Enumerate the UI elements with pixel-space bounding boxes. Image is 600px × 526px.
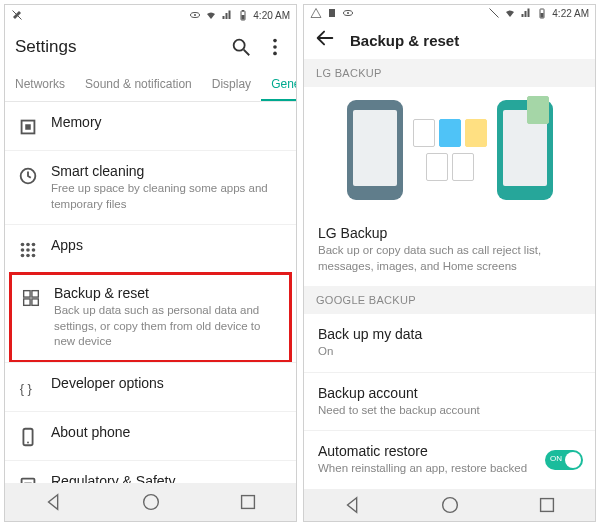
- about-phone-icon: [17, 426, 39, 448]
- svg-point-7: [273, 39, 277, 43]
- page-title: Backup & reset: [350, 32, 459, 49]
- tab-general[interactable]: General: [261, 69, 297, 101]
- svg-point-13: [21, 243, 25, 247]
- page-title: Settings: [15, 37, 218, 57]
- status-time: 4:20 AM: [253, 10, 290, 21]
- svg-rect-11: [25, 124, 31, 130]
- doc-icon: [426, 153, 448, 181]
- screen-backup-reset: 4:22 AM Backup & reset LG BACKUP: [303, 4, 596, 522]
- svg-point-39: [442, 498, 457, 513]
- svg-point-18: [32, 248, 36, 252]
- nav-recent[interactable]: [237, 491, 259, 513]
- eye-icon: [189, 9, 201, 21]
- tab-networks[interactable]: Networks: [5, 69, 75, 101]
- search-button[interactable]: [230, 36, 252, 58]
- row-lg-backup[interactable]: LG Backup Back up or copy data such as c…: [304, 213, 595, 286]
- row-title: Regulatory & Safety: [51, 473, 284, 483]
- status-bar: 4:22 AM: [304, 5, 595, 22]
- status-time: 4:22 AM: [552, 8, 589, 19]
- search-icon: [230, 36, 252, 58]
- backup-reset-icon: [20, 287, 42, 309]
- nav-home[interactable]: [140, 491, 162, 513]
- signal-icon: [221, 9, 233, 21]
- app-bar: Settings: [5, 25, 296, 69]
- nav-bar: [304, 489, 595, 521]
- row-automatic-restore[interactable]: Automatic restore When reinstalling an a…: [304, 430, 595, 489]
- row-sub: When reinstalling an app, restore backed: [318, 461, 533, 477]
- row-sub: Free up space by cleaning some apps and …: [51, 181, 284, 212]
- smart-cleaning-icon: [17, 165, 39, 187]
- settings-tabs: Networks Sound & notification Display Ge…: [5, 69, 296, 101]
- apps-icon: [17, 239, 39, 261]
- svg-rect-23: [32, 291, 38, 297]
- nav-home[interactable]: [439, 494, 461, 516]
- doc-blue-icon: [439, 119, 461, 147]
- back-button[interactable]: [314, 27, 336, 53]
- status-bar: 4:20 AM: [5, 5, 296, 25]
- svg-point-9: [273, 52, 277, 56]
- row-title: Apps: [51, 237, 284, 253]
- row-apps[interactable]: Apps: [5, 224, 296, 273]
- screen-settings: 4:20 AM Settings Networks Sound & notifi…: [4, 4, 297, 522]
- row-sub: Back up or copy data such as call reject…: [318, 243, 583, 274]
- developer-icon: { }: [17, 377, 39, 399]
- svg-point-20: [26, 254, 30, 258]
- svg-rect-24: [24, 299, 30, 305]
- nav-recent[interactable]: [536, 494, 558, 516]
- sd-icon: [326, 7, 338, 19]
- row-smart-cleaning[interactable]: Smart cleaning Free up space by cleaning…: [5, 150, 296, 224]
- memory-icon: [17, 116, 39, 138]
- svg-rect-3: [242, 10, 244, 12]
- svg-rect-33: [241, 496, 254, 509]
- svg-rect-25: [32, 299, 38, 305]
- settings-list[interactable]: Memory Smart cleaning Free up space by c…: [5, 102, 296, 483]
- tab-sound[interactable]: Sound & notification: [75, 69, 202, 101]
- toggle-label: ON: [550, 454, 562, 463]
- mute-icon: [11, 9, 23, 21]
- svg-point-16: [21, 248, 25, 252]
- mute-icon: [488, 7, 500, 19]
- app-bar: Backup & reset: [304, 22, 595, 59]
- battery-icon: [237, 9, 249, 21]
- svg-point-14: [26, 243, 30, 247]
- eye-icon: [342, 7, 354, 19]
- arrow-back-icon: [314, 27, 336, 49]
- section-google-backup: GOOGLE BACKUP: [304, 286, 595, 314]
- wifi-icon: [504, 7, 516, 19]
- device-old-icon: [347, 100, 403, 200]
- row-backup-account[interactable]: Backup account Need to set the backup ac…: [304, 372, 595, 431]
- row-sub: Need to set the backup account: [318, 403, 583, 419]
- svg-rect-22: [24, 291, 30, 297]
- overflow-button[interactable]: [264, 36, 286, 58]
- row-memory[interactable]: Memory: [5, 102, 296, 150]
- svg-point-28: [27, 441, 29, 443]
- nav-bar: [5, 483, 296, 521]
- svg-rect-38: [541, 13, 544, 18]
- svg-point-19: [21, 254, 25, 258]
- row-regulatory[interactable]: Regulatory & Safety: [5, 460, 296, 483]
- row-sub: Back up data such as personal data and s…: [54, 303, 281, 350]
- row-title: About phone: [51, 424, 284, 440]
- row-title: Back up my data: [318, 326, 583, 342]
- more-vert-icon: [264, 36, 286, 58]
- section-lg-backup: LG BACKUP: [304, 59, 595, 87]
- row-back-up-my-data[interactable]: Back up my data On: [304, 314, 595, 372]
- nav-back[interactable]: [43, 491, 65, 513]
- battery-icon: [536, 7, 548, 19]
- svg-point-36: [347, 12, 349, 14]
- signal-icon: [520, 7, 532, 19]
- regulatory-icon: [17, 475, 39, 483]
- svg-text:{ }: { }: [20, 380, 33, 395]
- row-title: Memory: [51, 114, 284, 130]
- svg-point-5: [234, 40, 245, 51]
- row-title: Backup account: [318, 385, 583, 401]
- svg-rect-40: [540, 499, 553, 512]
- row-backup-reset[interactable]: Backup & reset Back up data such as pers…: [9, 272, 292, 363]
- automatic-restore-toggle[interactable]: ON: [545, 450, 583, 470]
- row-title: Backup & reset: [54, 285, 281, 301]
- row-about-phone[interactable]: About phone: [5, 411, 296, 460]
- tab-display[interactable]: Display: [202, 69, 261, 101]
- nav-back[interactable]: [342, 494, 364, 516]
- row-developer-options[interactable]: { } Developer options: [5, 362, 296, 411]
- row-title: Smart cleaning: [51, 163, 284, 179]
